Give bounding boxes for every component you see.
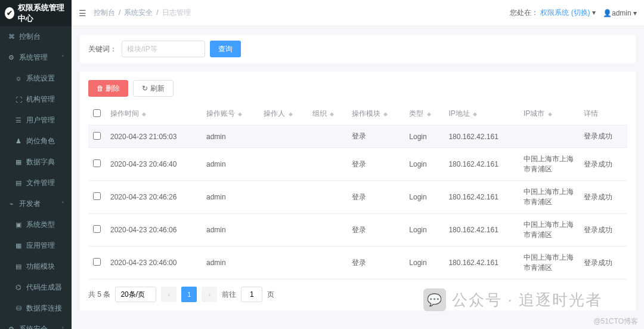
cell-operator — [259, 247, 307, 279]
keyword-input[interactable] — [122, 41, 205, 57]
log-table: 操作时间 ◆操作账号 ◆操作人 ◆组织 ◆操作模块 ◆类型 ◆IP地址 ◆IP城… — [88, 103, 627, 279]
cell-account: admin — [202, 181, 259, 214]
sidebar-item-8[interactable]: ⌁开发者˄ — [0, 193, 72, 214]
menu-label: 系统类型 — [26, 220, 55, 230]
sort-icon[interactable]: ◆ — [548, 111, 552, 117]
sort-icon[interactable]: ◆ — [142, 111, 146, 117]
table-row[interactable]: 2020-04-23 20:46:26admin登录Login180.162.4… — [88, 181, 627, 214]
menu-icon: ⚙ — [7, 54, 16, 62]
sort-icon[interactable]: ◆ — [473, 111, 477, 117]
cell-ip: 180.162.42.161 — [444, 214, 519, 247]
cell-time: 2020-04-23 21:05:03 — [106, 125, 202, 148]
row-checkbox[interactable] — [93, 159, 101, 167]
sidebar-item-12[interactable]: ⌬代码生成器 — [0, 277, 72, 298]
goto-page-input[interactable] — [241, 287, 262, 302]
sidebar-item-2[interactable]: ⛭系统设置 — [0, 68, 72, 89]
menu-icon: ▣ — [14, 221, 23, 229]
table-row[interactable]: 2020-04-23 20:46:00admin登录Login180.162.4… — [88, 247, 627, 279]
table-card: 🗑 删除 ↻ 刷新 操作时间 ◆操作账号 ◆操作人 ◆组织 ◆操作模块 ◆类型 … — [80, 72, 636, 310]
sort-icon[interactable]: ◆ — [427, 111, 431, 117]
sort-icon[interactable]: ◆ — [383, 111, 388, 117]
row-checkbox[interactable] — [93, 225, 101, 233]
col-header[interactable]: IP城市 ◆ — [519, 103, 579, 125]
sidebar-item-3[interactable]: ⛶机构管理 — [0, 89, 72, 110]
cell-account: admin — [202, 247, 259, 279]
row-checkbox[interactable] — [93, 132, 101, 140]
sidebar-item-13[interactable]: ⛁数据库连接 — [0, 298, 72, 319]
page-size-select[interactable]: 20条/页 — [115, 287, 156, 302]
refresh-icon: ↻ — [142, 84, 148, 93]
col-header[interactable]: 操作账号 ◆ — [202, 103, 259, 125]
location-switch[interactable]: (切换) — [571, 8, 590, 17]
sidebar-item-5[interactable]: ♟岗位角色 — [0, 131, 72, 152]
sidebar-item-0[interactable]: ⌘控制台 — [0, 26, 72, 47]
menu-label: 控制台 — [19, 32, 41, 42]
sidebar-item-4[interactable]: ☰用户管理 — [0, 110, 72, 131]
sidebar-item-10[interactable]: ▦应用管理 — [0, 235, 72, 256]
sidebar-item-11[interactable]: ▤功能模块 — [0, 256, 72, 277]
sidebar-item-6[interactable]: ▦数据字典 — [0, 152, 72, 173]
row-checkbox[interactable] — [93, 258, 101, 266]
cell-detail: 登录成功 — [579, 125, 627, 148]
col-header[interactable]: 操作模块 ◆ — [347, 103, 404, 125]
delete-button[interactable]: 🗑 删除 — [88, 80, 128, 97]
hamburger-icon[interactable]: ☰ — [79, 8, 86, 18]
col-header[interactable]: 详情 — [579, 103, 627, 125]
sort-icon[interactable]: ◆ — [330, 111, 334, 117]
refresh-button[interactable]: ↻ 刷新 — [133, 80, 173, 97]
cell-city — [519, 125, 579, 148]
cell-city: 中国上海市上海市青浦区 — [519, 247, 579, 279]
sort-icon[interactable]: ◆ — [289, 111, 293, 117]
menu-icon: ▤ — [14, 263, 23, 270]
cell-time: 2020-04-23 20:46:00 — [106, 247, 202, 279]
cell-type: Login — [404, 214, 444, 247]
next-page-button[interactable]: › — [202, 287, 217, 302]
table-row[interactable]: 2020-04-23 21:05:03admin登录Login180.162.4… — [88, 125, 627, 148]
trash-icon: 🗑 — [97, 84, 104, 93]
prev-page-button[interactable]: ‹ — [161, 287, 177, 302]
sidebar-item-14[interactable]: ⚙系统安全˄ — [0, 319, 72, 329]
menu-icon: ▤ — [14, 179, 23, 187]
col-header[interactable]: 操作人 ◆ — [259, 103, 307, 125]
table-row[interactable]: 2020-04-23 20:46:40admin登录Login180.162.4… — [88, 148, 627, 181]
cell-detail: 登录成功 — [579, 214, 627, 247]
sidebar-item-1[interactable]: ⚙系统管理˄ — [0, 47, 72, 68]
menu-label: 机构管理 — [26, 94, 55, 104]
sidebar-item-7[interactable]: ▤文件管理 — [0, 173, 72, 193]
cell-operator — [259, 125, 307, 148]
cell-time: 2020-04-23 20:46:26 — [106, 181, 202, 214]
menu-icon: ▦ — [14, 242, 23, 250]
user-menu[interactable]: 👤admin ▾ — [603, 9, 637, 17]
cell-detail: 登录成功 — [579, 148, 627, 181]
sidebar-item-9[interactable]: ▣系统类型 — [0, 214, 72, 235]
topbar-right: 您处在： 权限系统 (切换) ▾ 👤admin ▾ — [510, 8, 637, 18]
goto-suffix: 页 — [267, 290, 274, 300]
cell-ip: 180.162.42.161 — [444, 148, 519, 181]
cell-type: Login — [404, 181, 444, 214]
col-header[interactable]: 操作时间 ◆ — [106, 103, 202, 125]
cell-ip: 180.162.42.161 — [444, 247, 519, 279]
cell-ip: 180.162.42.161 — [444, 125, 519, 148]
page-1-button[interactable]: 1 — [181, 287, 197, 302]
sort-icon[interactable]: ◆ — [238, 111, 242, 117]
col-header[interactable]: 组织 ◆ — [308, 103, 347, 125]
breadcrumb-item[interactable]: 控制台 — [94, 8, 115, 17]
cell-org — [308, 214, 347, 247]
col-header[interactable]: IP地址 ◆ — [444, 103, 519, 125]
col-header[interactable]: 类型 ◆ — [404, 103, 444, 125]
content: 关键词： 查询 🗑 删除 ↻ 刷新 操作时间 ◆操作账号 ◆操作人 ◆组织 ◆操… — [72, 26, 644, 329]
row-checkbox[interactable] — [93, 192, 101, 200]
search-button[interactable]: 查询 — [210, 41, 241, 57]
logo: ✔ 权限系统管理中心 — [0, 0, 72, 26]
select-all-checkbox[interactable] — [93, 109, 101, 117]
cell-type: Login — [404, 148, 444, 181]
cell-org — [308, 148, 347, 181]
breadcrumb-item[interactable]: 系统安全 — [124, 8, 153, 17]
cell-city: 中国上海市上海市青浦区 — [519, 181, 579, 214]
cell-operator — [259, 148, 307, 181]
logo-icon: ✔ — [5, 7, 14, 19]
table-row[interactable]: 2020-04-23 20:46:06admin登录Login180.162.4… — [88, 214, 627, 247]
cell-ip: 180.162.42.161 — [444, 181, 519, 214]
nav-menu: ⌘控制台⚙系统管理˄⛭系统设置⛶机构管理☰用户管理♟岗位角色▦数据字典▤文件管理… — [0, 26, 72, 329]
location-link[interactable]: 权限系统 — [540, 8, 569, 17]
